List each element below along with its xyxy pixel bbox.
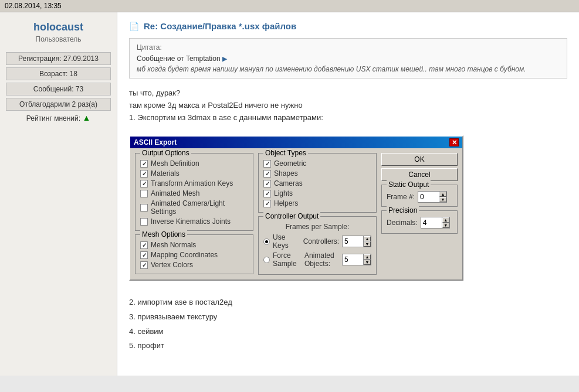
checkbox-shapes[interactable]: Shapes: [263, 169, 371, 178]
quote-author: Сообщение от Temptation ▶: [137, 54, 560, 63]
sidebar: holocaust Пользователь Регистрация: 27.0…: [0, 12, 117, 376]
ok-button[interactable]: OK: [381, 153, 458, 166]
controllers-spin-down[interactable]: ▼: [364, 241, 371, 247]
checkbox-mesh-definition[interactable]: Mesh Definition: [140, 159, 248, 168]
controllers-spin-up[interactable]: ▲: [364, 236, 371, 241]
radio-force-sample[interactable]: Force Sample Animated Objects: ▲ ▼: [263, 251, 371, 268]
dialog-close-button[interactable]: ✕: [449, 138, 459, 146]
checkbox-shapes-icon: [263, 170, 271, 178]
checkbox-vertex-icon: [140, 261, 148, 269]
frame-spin-up[interactable]: ▲: [439, 192, 446, 197]
quote-block: Цитата: Сообщение от Temptation ▶ мб ког…: [129, 38, 567, 79]
checkbox-ik-icon: [140, 218, 148, 226]
post-text-1: ты что, дурак? там кроме 3д макса и Post…: [129, 87, 567, 124]
checkbox-inverse-kin[interactable]: Inverse Kinematics Joints: [140, 217, 248, 226]
frame-spin-down[interactable]: ▼: [439, 197, 446, 202]
checkbox-helpers[interactable]: Helpers: [263, 199, 371, 207]
decimals-spin-up[interactable]: ▲: [442, 217, 449, 223]
rating-arrow-icon: ▲: [82, 113, 90, 122]
quote-label: Цитата:: [137, 43, 560, 52]
radio-use-keys[interactable]: Use Keys Controllers: ▲ ▼: [263, 233, 371, 250]
dialog-left-column: Output Options Mesh Definition Materials: [135, 153, 253, 275]
controller-output-title: Controller Output: [263, 212, 320, 220]
checkbox-camera-light[interactable]: Animated Camera/Light Settings: [140, 199, 248, 216]
controllers-input[interactable]: [343, 236, 363, 247]
post-title: 📄 Re: Создание/Правка *.usx файлов: [129, 21, 567, 31]
sidebar-registration: Регистрация: 27.09.2013: [6, 52, 111, 65]
sidebar-username: holocaust: [6, 21, 111, 33]
checkbox-transform-anim[interactable]: Transform Animation Keys: [140, 179, 248, 188]
main-layout: holocaust Пользователь Регистрация: 27.0…: [0, 12, 579, 376]
checkbox-cameras[interactable]: Cameras: [263, 179, 371, 188]
decimals-spin-down[interactable]: ▼: [442, 223, 449, 228]
controller-output-group: Controller Output Frames per Sample: Use…: [258, 216, 377, 275]
list-item-2: 2. импортим ase в постал2ед: [129, 295, 567, 310]
radio-force-sample-btn: [263, 257, 270, 263]
mesh-options-title: Mesh Options: [140, 230, 187, 238]
checkbox-mapping-icon: [140, 251, 148, 259]
animated-objects-spin-down[interactable]: ▼: [364, 260, 371, 265]
topbar: 02.08.2014, 13:35: [0, 0, 579, 12]
checkbox-mapping-coords[interactable]: Mapping Coordinates: [140, 251, 248, 259]
cancel-button[interactable]: Cancel: [381, 168, 458, 181]
frame-label: Frame #:: [387, 193, 415, 201]
content-area: 📄 Re: Создание/Правка *.usx файлов Цитат…: [117, 12, 579, 376]
decimals-field-row: Decimals: ▲ ▼: [387, 217, 452, 229]
output-options-group: Output Options Mesh Definition Materials: [135, 153, 253, 231]
checkbox-anim-mesh-icon: [140, 190, 148, 197]
checkbox-camera-icon: [140, 204, 148, 212]
sidebar-age: Возраст: 18: [6, 67, 111, 80]
sidebar-thanks: Отблагодарили 2 раз(а): [6, 98, 111, 111]
frame-input[interactable]: [418, 192, 439, 202]
precision-title: Precision: [387, 206, 419, 214]
object-types-title: Object Types: [263, 149, 308, 157]
bottom-list: 2. импортим ase в постал2ед 3. привязыва…: [129, 295, 567, 353]
quote-arrow-icon: ▶: [222, 55, 227, 62]
ascii-export-dialog: ASCII Export ✕ Output Options: [129, 135, 463, 281]
static-output-group: Static Output Frame #: ▲ ▼: [381, 185, 458, 207]
sidebar-rating: Рейтинг мнений: ▲: [6, 113, 111, 122]
dialog-right-column: OK Cancel Static Output Frame #:: [381, 153, 458, 275]
quote-text: мб когда будет время напишу мануал по из…: [137, 65, 560, 73]
frame-spinbox[interactable]: ▲ ▼: [418, 191, 447, 203]
sidebar-messages: Сообщений: 73: [6, 83, 111, 96]
frames-per-sample-label: Frames per Sample:: [263, 223, 371, 231]
dialog-overlay: ASCII Export ✕ Output Options: [129, 135, 463, 281]
sidebar-role: Пользователь: [6, 35, 111, 43]
checkbox-geometric[interactable]: Geometric: [263, 159, 371, 168]
checkbox-mesh-normals[interactable]: Mesh Normals: [140, 241, 248, 249]
controllers-spinbox[interactable]: ▲ ▼: [342, 236, 371, 247]
list-item-3: 3. привязываем текстуру: [129, 310, 567, 325]
decimals-label: Decimals:: [387, 219, 418, 227]
animated-objects-spinbox[interactable]: ▲ ▼: [342, 254, 371, 265]
radio-use-keys-btn: [263, 238, 270, 245]
checkbox-mesh-def-icon: [140, 160, 148, 168]
list-item-5: 5. профит: [129, 339, 567, 353]
datetime: 02.08.2014, 13:35: [5, 2, 62, 10]
checkbox-helpers-icon: [263, 200, 271, 207]
dialog-titlebar: ASCII Export ✕: [130, 137, 462, 148]
animated-objects-label: Animated Objects:: [304, 251, 339, 268]
decimals-spinbox[interactable]: ▲ ▼: [421, 217, 450, 229]
output-options-title: Output Options: [140, 149, 191, 157]
ok-cancel-buttons: OK Cancel: [381, 153, 458, 181]
dialog-title: ASCII Export: [134, 138, 177, 146]
checkbox-lights-icon: [263, 190, 271, 197]
animated-objects-input[interactable]: [343, 254, 363, 265]
checkbox-mesh-normals-icon: [140, 241, 148, 249]
decimals-input[interactable]: [421, 217, 442, 228]
mesh-options-group: Mesh Options Mesh Normals Mapping Coordi…: [135, 234, 253, 274]
checkbox-animated-mesh[interactable]: Animated Mesh: [140, 189, 248, 197]
animated-objects-spin-up[interactable]: ▲: [364, 254, 371, 260]
controllers-label: Controllers:: [303, 237, 339, 246]
dialog-body: Output Options Mesh Definition Materials: [130, 148, 462, 279]
precision-group: Precision Decimals: ▲ ▼: [381, 210, 458, 234]
checkbox-lights[interactable]: Lights: [263, 189, 371, 197]
checkbox-cameras-icon: [263, 180, 271, 188]
checkbox-materials[interactable]: Materials: [140, 169, 248, 178]
post-icon: 📄: [129, 22, 139, 31]
object-types-group: Object Types Geometric Shapes: [258, 153, 377, 213]
checkbox-vertex-colors[interactable]: Vertex Colors: [140, 261, 248, 269]
list-item-4: 4. сейвим: [129, 325, 567, 339]
checkbox-materials-icon: [140, 170, 148, 178]
